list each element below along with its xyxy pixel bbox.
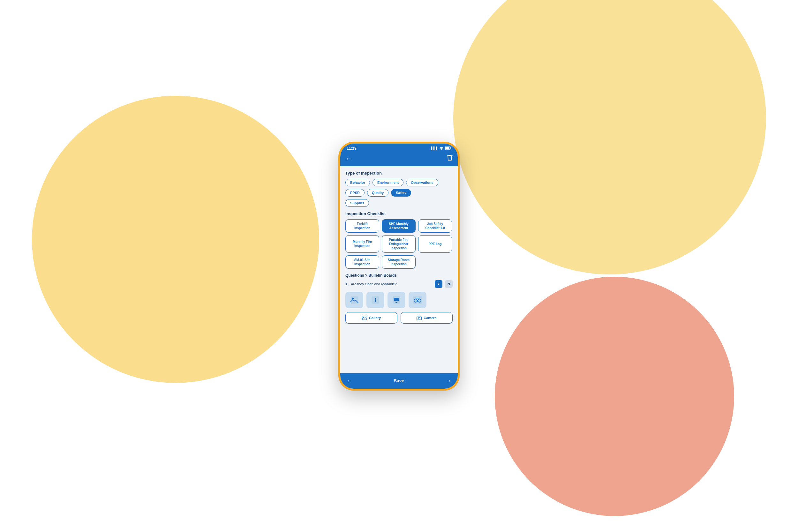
media-row: Gallery Camera: [345, 312, 453, 324]
prev-button[interactable]: ←: [347, 378, 353, 384]
phone-content: Type of Inspection Behavior Environment …: [340, 166, 458, 373]
save-bar: ← Save →: [340, 373, 458, 389]
save-label: Save: [353, 378, 445, 383]
tag-behavior[interactable]: Behavior: [345, 179, 370, 186]
checklist-job-safety[interactable]: Job Safety Checklist 1.0: [418, 219, 452, 233]
tag-environment[interactable]: Environment: [373, 179, 403, 186]
info-icon-btn[interactable]: [366, 292, 384, 308]
status-icons: ▌▌▌: [431, 146, 451, 151]
question-1-no[interactable]: N: [445, 280, 453, 288]
image-icon-btn[interactable]: [345, 292, 363, 308]
status-bar: 11:19 ▌▌▌: [340, 144, 458, 153]
back-button[interactable]: ←: [345, 155, 352, 162]
tag-safety[interactable]: Safety: [391, 189, 411, 196]
inspection-type-tags-row2: PPSR Quality Safety: [345, 189, 453, 196]
phone-inner: 11:19 ▌▌▌ ← Type of Inspection: [340, 144, 458, 389]
svg-rect-2: [445, 147, 450, 149]
question-1-yes[interactable]: Y: [435, 280, 442, 288]
tag-quality[interactable]: Quality: [367, 189, 388, 196]
checklist-portable-fire[interactable]: Portable Fire Extinguisher Inspection: [382, 235, 416, 253]
signal-icon: ▌▌▌: [431, 147, 438, 150]
inspection-checklist-section: Inspection Checklist Forklift Inspection…: [345, 211, 453, 269]
trash-button[interactable]: [447, 154, 453, 163]
type-of-inspection-section: Type of Inspection Behavior Environment …: [345, 171, 453, 207]
question-1-text: Are they clean and readable?: [351, 282, 432, 286]
bg-circle-orange: [495, 277, 734, 516]
checklist-forklift[interactable]: Forklift Inspection: [345, 219, 379, 233]
tag-observations[interactable]: Observations: [406, 179, 438, 186]
checklist-ppe-log[interactable]: PPE Log: [418, 235, 452, 253]
tag-ppsr[interactable]: PPSR: [345, 189, 364, 196]
tag-supplier[interactable]: Supplier: [345, 199, 369, 207]
checklist-she-monthly[interactable]: SHE Monthly Assessment: [382, 219, 416, 233]
questions-section: Questions > Bulletin Boards 1. Are they …: [345, 273, 453, 324]
svg-rect-13: [417, 300, 418, 302]
wifi-icon: [439, 146, 444, 151]
gallery-button[interactable]: Gallery: [345, 312, 397, 324]
svg-rect-1: [451, 148, 451, 149]
inspection-checklist-title: Inspection Checklist: [345, 211, 453, 216]
svg-point-16: [418, 317, 420, 319]
bg-circle-yellow-right: [453, 0, 766, 274]
inspection-type-tags-row3: Supplier: [345, 199, 453, 207]
svg-rect-3: [350, 296, 358, 304]
question-1-row: 1. Are they clean and readable? Y N: [345, 280, 453, 288]
svg-rect-9: [394, 298, 399, 301]
next-button[interactable]: →: [445, 378, 451, 384]
question-section-title: Questions > Bulletin Boards: [345, 273, 453, 278]
inspection-type-tags: Behavior Environment Observations: [345, 179, 453, 186]
question-1-num: 1.: [345, 282, 348, 286]
checklist-monthly-fire[interactable]: Monthly Fire Inspection: [345, 235, 379, 253]
binoculars-icon-btn[interactable]: [408, 292, 426, 308]
checklist-storage-room[interactable]: Storage Room Inspection: [382, 255, 416, 269]
action-icon-row: [345, 292, 453, 308]
status-time: 11:19: [347, 146, 357, 151]
type-of-inspection-title: Type of Inspection: [345, 171, 453, 175]
checklist-grid: Forklift Inspection SHE Monthly Assessme…: [345, 219, 453, 269]
svg-point-4: [352, 298, 354, 299]
comment-icon-btn[interactable]: [387, 292, 405, 308]
bg-circle-yellow-left: [32, 96, 319, 383]
nav-bar: ←: [340, 153, 458, 166]
camera-button[interactable]: Camera: [401, 312, 453, 324]
checklist-sm01-site[interactable]: SM-01 Site Inspection: [345, 255, 379, 269]
battery-icon: [445, 146, 451, 151]
camera-label: Camera: [423, 316, 436, 320]
gallery-label: Gallery: [369, 316, 381, 320]
phone-shell: 11:19 ▌▌▌ ← Type of Inspection: [338, 142, 460, 391]
